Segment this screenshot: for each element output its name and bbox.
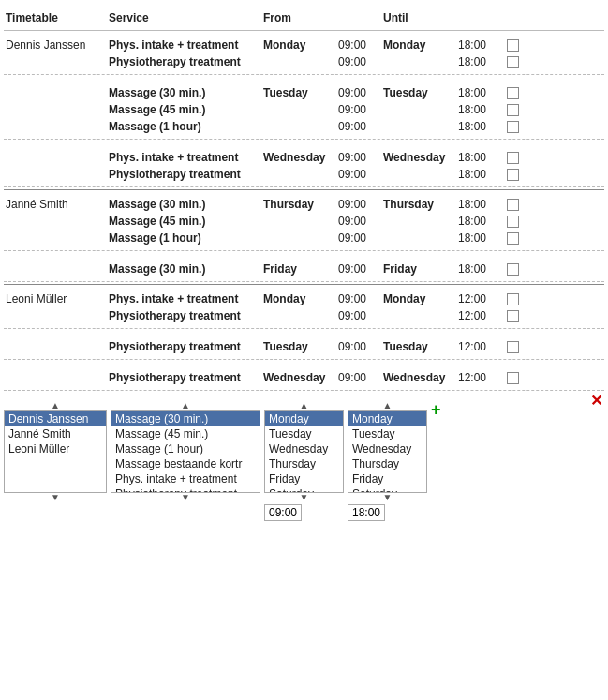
checkbox-box[interactable]	[507, 87, 519, 99]
names-scroll-up[interactable]: ▲	[4, 401, 107, 410]
list-item[interactable]: Leoni Müller	[5, 441, 106, 456]
until-days-scroll-down[interactable]: ▼	[348, 493, 427, 502]
from-days-scroll-up[interactable]: ▲	[264, 401, 344, 410]
section-group: Dennis JanssenPhys. intake + treatmentMo…	[4, 33, 604, 75]
from-day: Tuesday	[263, 86, 338, 99]
names-listbox[interactable]: Dennis JanssenJanné SmithLeoni Müller	[4, 410, 107, 493]
until-days-listbox[interactable]: MondayTuesdayWednesdayThursdayFridaySatu…	[348, 410, 427, 493]
table-row: Physiotherapy treatmentWednesday09:00Wed…	[4, 369, 604, 386]
list-item[interactable]: Massage (30 min.)	[111, 411, 260, 426]
section-group: Janné SmithMassage (30 min.)Thursday09:0…	[4, 192, 604, 251]
from-day: Friday	[263, 262, 338, 276]
list-item[interactable]: Wednesday	[265, 441, 343, 456]
table-row: Phys. intake + treatmentWednesday09:00We…	[4, 149, 604, 166]
row-checkbox[interactable]	[503, 121, 522, 133]
checkbox-box[interactable]	[507, 216, 519, 228]
section-group: Physiotherapy treatmentWednesday09:00Wed…	[4, 365, 604, 391]
list-item[interactable]: Dennis Janssen	[5, 411, 106, 426]
row-checkbox[interactable]	[503, 39, 522, 52]
until-block: ▲ MondayTuesdayWednesdayThursdayFridaySa…	[348, 401, 427, 521]
list-item[interactable]: Thursday	[265, 456, 343, 471]
from-days-wrapper: ▲ MondayTuesdayWednesdayThursdayFridaySa…	[264, 401, 344, 502]
checkbox-box[interactable]	[507, 169, 519, 181]
from-time: 09:00	[338, 340, 383, 353]
service-name: Physiotherapy treatment	[109, 309, 263, 322]
list-item[interactable]: Friday	[348, 471, 426, 486]
list-item[interactable]: Massage (1 hour)	[111, 441, 260, 456]
row-checkbox[interactable]	[503, 87, 522, 99]
checkbox-box[interactable]	[507, 372, 519, 384]
section-group: Phys. intake + treatmentWednesday09:00We…	[4, 145, 604, 187]
until-day: Friday	[383, 262, 458, 276]
until-days-scroll-up[interactable]: ▲	[348, 401, 427, 410]
until-time: 18:00	[458, 231, 503, 245]
checkbox-box[interactable]	[507, 232, 519, 245]
from-days-scroll-down[interactable]: ▼	[264, 493, 344, 502]
row-checkbox[interactable]	[503, 104, 522, 116]
checkbox-box[interactable]	[507, 310, 519, 322]
checkbox-box[interactable]	[507, 56, 519, 68]
until-day: Tuesday	[383, 340, 458, 353]
from-block: ▲ MondayTuesdayWednesdayThursdayFridaySa…	[264, 401, 344, 521]
checkbox-box[interactable]	[507, 152, 519, 164]
row-checkbox[interactable]	[503, 152, 522, 164]
checkbox-box[interactable]	[507, 121, 519, 133]
header-timetable: Timetable	[6, 11, 109, 24]
row-checkbox[interactable]	[503, 293, 522, 305]
until-day: Monday	[383, 292, 458, 305]
from-day: Tuesday	[263, 340, 338, 353]
row-checkbox[interactable]	[503, 263, 522, 276]
section-group: Leoni MüllerPhys. intake + treatmentMond…	[4, 287, 604, 329]
table-row: Physiotherapy treatmentTuesday09:00Tuesd…	[4, 338, 604, 355]
services-scroll-up[interactable]: ▲	[111, 401, 260, 410]
row-checkbox[interactable]	[503, 341, 522, 353]
from-time: 09:00	[338, 309, 383, 322]
row-checkbox[interactable]	[503, 216, 522, 228]
checkbox-box[interactable]	[507, 341, 519, 353]
list-item[interactable]: Janné Smith	[5, 426, 106, 441]
delete-row-button[interactable]: ✕	[590, 394, 602, 409]
checkbox-box[interactable]	[507, 263, 519, 276]
list-item[interactable]: Tuesday	[265, 426, 343, 441]
list-item[interactable]: Monday	[265, 411, 343, 426]
list-item[interactable]: Thursday	[348, 456, 426, 471]
from-time: 09:00	[338, 38, 383, 52]
from-day: Wednesday	[263, 151, 338, 164]
list-item[interactable]: Wednesday	[348, 441, 426, 456]
service-name: Phys. intake + treatment	[109, 292, 263, 305]
checkbox-box[interactable]	[507, 293, 519, 305]
table-row: Dennis JanssenPhys. intake + treatmentMo…	[4, 37, 604, 53]
checkbox-box[interactable]	[507, 104, 519, 116]
list-item[interactable]: Massage bestaande kortr	[111, 456, 260, 471]
until-day: Monday	[383, 38, 458, 52]
names-scroll-down[interactable]: ▼	[4, 493, 107, 502]
until-time: 18:00	[458, 168, 503, 181]
row-checkbox[interactable]	[503, 232, 522, 245]
from-time-input[interactable]	[264, 504, 302, 521]
table-row: Massage (45 min.)09:0018:00	[4, 101, 604, 118]
service-name: Physiotherapy treatment	[109, 340, 263, 353]
service-name: Physiotherapy treatment	[109, 55, 263, 68]
list-item[interactable]: Friday	[265, 471, 343, 486]
from-day: Monday	[263, 292, 338, 305]
add-row-button[interactable]: +	[431, 401, 441, 418]
row-checkbox[interactable]	[503, 56, 522, 68]
form-area: ✕ ▲ Dennis JanssenJanné SmithLeoni Mülle…	[4, 395, 604, 521]
services-listbox[interactable]: Massage (30 min.)Massage (45 min.)Massag…	[111, 410, 260, 493]
until-time-input[interactable]	[348, 504, 385, 521]
list-item[interactable]: Massage (45 min.)	[111, 426, 260, 441]
list-item[interactable]: Tuesday	[348, 426, 426, 441]
list-item[interactable]: Phys. intake + treatment	[111, 471, 260, 486]
services-scroll-down[interactable]: ▼	[111, 493, 260, 502]
row-checkbox[interactable]	[503, 372, 522, 384]
person-separator	[4, 284, 604, 285]
table-row: Massage (1 hour)09:0018:00	[4, 118, 604, 135]
service-name: Phys. intake + treatment	[109, 151, 263, 164]
list-item[interactable]: Monday	[348, 411, 426, 426]
checkbox-box[interactable]	[507, 199, 519, 211]
from-days-listbox[interactable]: MondayTuesdayWednesdayThursdayFridaySatu…	[264, 410, 344, 493]
checkbox-box[interactable]	[507, 39, 519, 52]
row-checkbox[interactable]	[503, 199, 522, 211]
row-checkbox[interactable]	[503, 169, 522, 181]
row-checkbox[interactable]	[503, 310, 522, 322]
